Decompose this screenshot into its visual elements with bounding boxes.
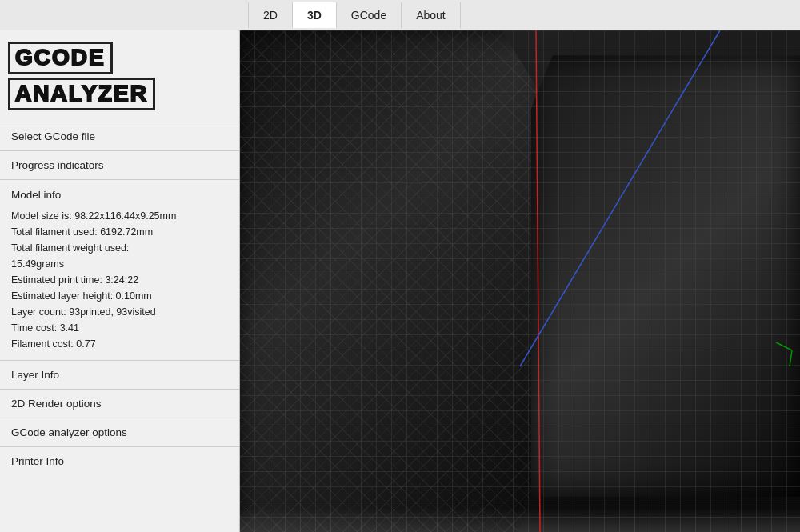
- 3d-object-right: [531, 55, 800, 497]
- sidebar-item-select-gcode[interactable]: Select GCode file: [0, 122, 239, 150]
- logo-box-1: GCODE: [8, 42, 113, 74]
- sidebar-item-2d-render-options[interactable]: 2D Render options: [0, 389, 239, 418]
- model-info-header: Model info: [11, 186, 228, 204]
- logo-box-2: ANALYZER: [8, 78, 155, 110]
- layer-height: Estimated layer height: 0.10mm: [11, 288, 228, 304]
- model-info-section: Model info Model size is: 98.22x116.44x9…: [0, 179, 239, 361]
- filament-weight-label: Total filament weight used:: [11, 240, 228, 256]
- bottom-highlight: [240, 508, 800, 532]
- filament-cost: Filament cost: 0.77: [11, 336, 228, 352]
- render-area: [240, 30, 800, 532]
- sidebar: GCODE ANALYZER Select GCode file Progres…: [0, 30, 240, 532]
- layer-count: Layer count: 93printed, 93visited: [11, 304, 228, 320]
- tab-bar: 2D 3D GCode About: [0, 0, 800, 30]
- tab-about[interactable]: About: [402, 2, 461, 28]
- logo-line2: ANALYZER: [15, 81, 148, 106]
- sidebar-item-layer-info[interactable]: Layer Info: [0, 360, 239, 389]
- print-time: Estimated print time: 3:24:22: [11, 272, 228, 288]
- sidebar-item-printer-info[interactable]: Printer Info: [0, 446, 239, 475]
- logo-area: GCODE ANALYZER: [0, 30, 239, 122]
- tab-2d[interactable]: 2D: [248, 2, 293, 28]
- model-size: Model size is: 98.22x116.44x9.25mm: [11, 208, 228, 224]
- sidebar-item-gcode-analyzer-options[interactable]: GCode analyzer options: [0, 418, 239, 446]
- tab-3d[interactable]: 3D: [293, 2, 337, 28]
- filament-weight-value: 15.49grams: [11, 256, 228, 272]
- tab-gcode[interactable]: GCode: [337, 2, 402, 28]
- logo-line1: GCODE: [15, 45, 106, 70]
- sidebar-item-progress-indicators[interactable]: Progress indicators: [0, 150, 239, 179]
- 3d-viewport[interactable]: [240, 30, 800, 532]
- 3d-object-left: [240, 30, 548, 532]
- filament-used: Total filament used: 6192.72mm: [11, 224, 228, 240]
- main-layout: GCODE ANALYZER Select GCode file Progres…: [0, 30, 800, 532]
- time-cost: Time cost: 3.41: [11, 320, 228, 336]
